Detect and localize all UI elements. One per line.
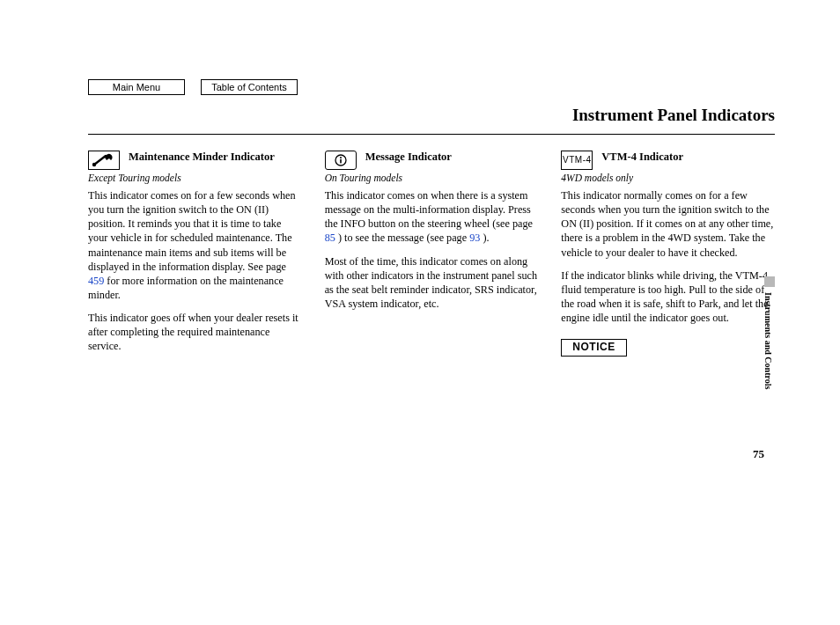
indicator-subtitle: On Touring models (325, 172, 539, 185)
svg-point-0 (92, 163, 96, 166)
indicator-heading: Message Indicator (325, 151, 539, 170)
indicator-subtitle: 4WD models only (561, 172, 775, 185)
main-menu-button[interactable]: Main Menu (88, 79, 185, 95)
page-title: Instrument Panel Indicators (88, 106, 775, 125)
column-message-indicator: Message Indicator On Touring models This… (325, 151, 539, 362)
paragraph: Most of the time, this indicator comes o… (325, 254, 539, 311)
indicator-heading: Maintenance Minder Indicator (88, 151, 302, 170)
section-tab: Instruments and Controls (757, 276, 775, 408)
column-maintenance-minder: Maintenance Minder Indicator Except Tour… (88, 151, 302, 362)
indicator-title: Maintenance Minder Indicator (129, 151, 275, 164)
page-number: 75 (753, 447, 764, 461)
column-vtm4-indicator: VTM-4 VTM-4 Indicator 4WD models only Th… (561, 151, 775, 362)
content-columns: Maintenance Minder Indicator Except Tour… (88, 151, 775, 362)
top-nav: Main Menu Table of Contents (88, 79, 775, 95)
section-tab-marker (764, 276, 775, 287)
page-content: Main Menu Table of Contents Instrument P… (88, 79, 775, 362)
page-link-459[interactable]: 459 (88, 275, 104, 287)
vtm4-icon-label: VTM-4 (563, 154, 592, 165)
indicator-title: VTM-4 Indicator (601, 151, 683, 164)
section-tab-label: Instruments and Controls (763, 292, 773, 389)
svg-point-2 (340, 157, 342, 158)
wrench-icon (88, 151, 120, 170)
paragraph: This indicator goes off when your dealer… (88, 311, 302, 353)
indicator-title: Message Indicator (365, 151, 452, 164)
svg-rect-3 (340, 159, 342, 164)
title-rule (88, 134, 775, 135)
vtm4-icon: VTM-4 (561, 151, 593, 170)
table-of-contents-button[interactable]: Table of Contents (201, 79, 298, 95)
paragraph: This indicator normally comes on for a f… (561, 188, 775, 259)
info-icon (325, 151, 357, 170)
paragraph: This indicator comes on for a few second… (88, 188, 302, 302)
paragraph: This indicator comes on when there is a … (325, 188, 539, 245)
paragraph: If the indicator blinks while driving, t… (561, 268, 775, 325)
indicator-heading: VTM-4 VTM-4 Indicator (561, 151, 775, 170)
indicator-subtitle: Except Touring models (88, 172, 302, 185)
page-link-93[interactable]: 93 (469, 232, 480, 244)
notice-label: NOTICE (561, 339, 626, 357)
page-link-85[interactable]: 85 (325, 232, 335, 244)
